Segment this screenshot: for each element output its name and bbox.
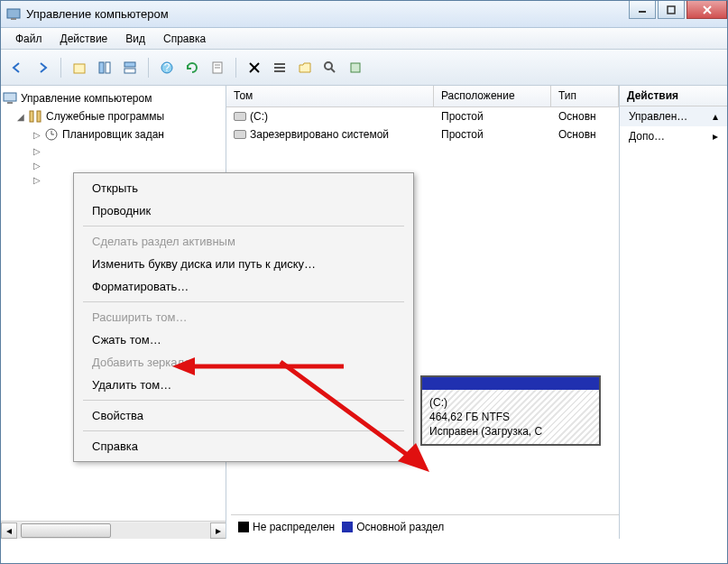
svg-rect-26 [30,111,33,122]
actions-row-manage[interactable]: Управлен… ▴ [620,106,727,126]
menu-file[interactable]: Файл [6,30,51,48]
ctx-extend: Расширить том… [76,306,411,328]
ctx-open[interactable]: Открыть [76,177,411,199]
svg-rect-7 [99,62,104,73]
svg-text:?: ? [164,61,170,74]
expand-icon[interactable]: ▷ [32,160,42,171]
properties-button[interactable] [207,57,228,79]
actions-row-more[interactable]: Допо… ▸ [620,126,727,146]
scroll-right-button[interactable]: ▸ [210,522,226,539]
separator-icon [60,58,61,78]
app-icon [6,7,21,22]
help-button[interactable]: ? [156,57,178,79]
svg-rect-18 [274,63,285,65]
window-controls [629,1,727,19]
computer-icon [3,91,17,106]
collapse-icon[interactable]: ◢ [15,111,26,122]
svg-point-21 [325,62,332,69]
menubar: Файл Действие Вид Справка [1,28,727,50]
maximize-button[interactable] [658,1,685,19]
ctx-shrink[interactable]: Сжать том… [76,328,411,351]
ctx-format[interactable]: Форматировать… [76,275,411,298]
ctx-add-mirror: Добавить зеркало… [76,351,411,374]
pane-button-1[interactable] [94,57,115,79]
svg-rect-23 [351,63,360,72]
swatch-icon [342,522,353,532]
legend-primary: Основной раздел [342,521,444,533]
legend: Не распределен Основной раздел [231,514,619,538]
horizontal-scrollbar[interactable]: ◂ ▸ [1,521,226,539]
delete-button[interactable] [244,57,265,79]
disk-icon [234,130,246,139]
tree-scheduler[interactable]: ▷ Планировщик задан [1,125,226,143]
submenu-icon: ▸ [713,130,718,143]
partition-size: 464,62 ГБ NTFS [429,410,592,424]
forward-button[interactable] [32,57,53,79]
partition-label: (C:) [429,395,592,410]
table-row[interactable]: Зарезервировано системой Простой Основн [226,125,619,143]
column-header-tom[interactable]: Том [226,86,434,106]
ctx-delete[interactable]: Удалить том… [76,374,411,396]
scroll-track[interactable] [17,522,210,539]
tree-item[interactable]: ▷ [1,143,226,158]
pane-button-2[interactable] [119,57,141,79]
column-header-rasp[interactable]: Расположение [434,86,551,106]
scroll-thumb[interactable] [21,523,111,538]
disk-partition-panel[interactable]: (C:) 464,62 ГБ NTFS Исправен (Загрузка, … [420,375,601,446]
expand-icon[interactable]: ▷ [32,145,42,156]
svg-rect-10 [124,69,135,73]
ctx-help[interactable]: Справка [76,435,411,458]
back-button[interactable] [6,57,28,79]
close-button[interactable] [687,1,727,19]
svg-rect-24 [4,93,16,101]
clock-icon [44,127,59,142]
svg-rect-6 [74,64,85,73]
minimize-button[interactable] [629,1,656,19]
search-button[interactable] [319,57,341,79]
partition-header [422,377,599,390]
titlebar: Управление компьютером [1,1,727,28]
legend-unallocated: Не распределен [238,521,335,533]
table-row[interactable]: (C:) Простой Основн [226,107,619,125]
separator-icon [148,58,149,78]
window-title: Управление компьютером [26,7,722,21]
tree-item[interactable]: ▷ [1,158,226,172]
wrench-icon [28,109,42,124]
toolbar: ? [1,50,727,86]
menu-help[interactable]: Справка [154,30,215,48]
separator-icon [83,226,404,227]
up-button[interactable] [69,57,90,79]
expand-icon[interactable]: ▷ [32,174,42,185]
list-button[interactable] [269,57,290,79]
column-header-tip[interactable]: Тип [551,86,619,106]
menu-action[interactable]: Действие [51,30,117,48]
svg-rect-25 [7,102,13,104]
separator-icon [83,430,404,431]
separator-icon [83,400,404,401]
separator-icon [83,301,404,302]
scroll-left-button[interactable]: ◂ [1,522,17,539]
tree-root[interactable]: Управление компьютером [1,89,226,107]
svg-rect-8 [106,62,110,73]
svg-rect-9 [124,62,135,67]
swatch-icon [238,522,249,532]
svg-rect-19 [274,67,285,69]
disk-icon [234,112,246,121]
svg-rect-20 [274,70,285,72]
collapse-icon: ▴ [713,110,718,123]
svg-line-22 [331,69,335,72]
svg-rect-3 [668,6,675,14]
tree-utilities[interactable]: ◢ Служебные программы [1,107,226,125]
open-button[interactable] [294,57,316,79]
menu-view[interactable]: Вид [116,30,154,48]
svg-rect-0 [7,9,20,18]
refresh-button[interactable] [181,57,203,79]
grid-body: (C:) Простой Основн Зарезервировано сист… [226,107,619,143]
settings-button[interactable] [345,57,366,79]
ctx-properties[interactable]: Свойства [76,404,411,427]
expand-icon[interactable]: ▷ [32,129,42,140]
ctx-change-letter[interactable]: Изменить букву диска или путь к диску… [76,253,411,275]
partition-body: (C:) 464,62 ГБ NTFS Исправен (Загрузка, … [422,390,599,444]
context-menu: Открыть Проводник Сделать раздел активны… [73,172,414,462]
ctx-explorer[interactable]: Проводник [76,199,411,222]
